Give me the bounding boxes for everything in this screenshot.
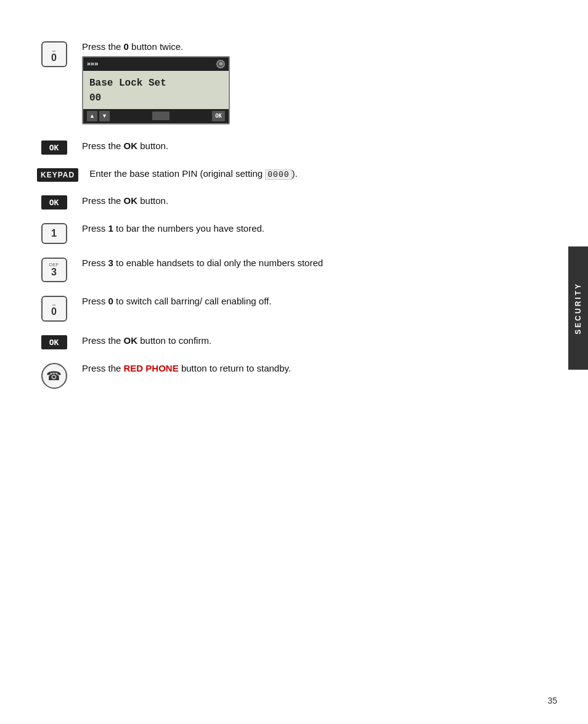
lcd-screen: »»» Base Lock Set 00 ▲ ▼ (82, 56, 230, 124)
instruction-row-step4: OK Press the OK button. (37, 188, 557, 216)
pin-display: 0000 (265, 169, 292, 180)
instruction-row-step3: KEYPAD Enter the base station PIN (origi… (37, 161, 557, 188)
text-bold-ok-2: OK (124, 195, 138, 206)
text-bold-3: 3 (108, 258, 113, 268)
icon-cell-step1: ⎯ 0 (37, 40, 71, 67)
text-bold-ok-3: OK (124, 335, 138, 346)
text-suffix-step2: button. (137, 140, 168, 151)
lcd-ok-label: OK (212, 111, 225, 121)
ok-button-icon-2: OK (41, 195, 67, 209)
one-button-icon: 1 (41, 223, 67, 244)
icon-cell-step6: DEF 3 (37, 256, 71, 282)
three-digit: 3 (51, 267, 57, 277)
lcd-up-arrow: ▲ (87, 111, 97, 121)
text-step1: Press the 0 button twice. »»» Base Lock … (82, 40, 557, 124)
side-tab: SECURITY (568, 246, 588, 370)
text-suffix-step1: button twice. (129, 41, 183, 52)
lcd-top-bar: »»» (83, 57, 229, 71)
text-suffix-step9: button to return to standby. (179, 363, 291, 373)
lcd-nav-arrows: ▲ ▼ (87, 111, 110, 121)
icon-cell-step9: ☎ (37, 362, 71, 389)
main-content: ⎯ 0 Press the 0 button twice. »»» (37, 37, 557, 395)
instruction-row-step6: DEF 3 Press 3 to enable handsets to dial… (37, 250, 557, 288)
instruction-row-step7: ⎯ 0 Press 0 to switch call barring/ call… (37, 288, 557, 328)
lcd-down-arrow: ▼ (99, 111, 110, 121)
phone-icon: ☎ (46, 368, 62, 383)
text-prefix-step8: Press the (82, 335, 124, 346)
text-step4: Press the OK button. (82, 194, 557, 208)
lcd-top-arrows: »»» (87, 59, 98, 69)
lcd-content: Base Lock Set 00 (83, 71, 229, 108)
side-tab-label: SECURITY (574, 282, 582, 335)
lcd-line1: Base Lock Set (89, 76, 223, 91)
lcd-bottom-bar: ▲ ▼ OK (83, 109, 229, 123)
instruction-row-step8: OK Press the OK button to confirm. (37, 328, 557, 356)
icon-cell-step5: 1 (37, 222, 71, 244)
text-prefix-step2: Press the (82, 140, 124, 151)
text-step6: Press 3 to enable handsets to dial only … (82, 256, 557, 270)
text-prefix-step9: Press the (82, 363, 124, 373)
zero-button-icon-2: ⎯ 0 (41, 296, 67, 322)
text-suffix-step8: button to confirm. (137, 335, 211, 346)
phone-button-icon: ☎ (41, 363, 67, 389)
instruction-row-step1: ⎯ 0 Press the 0 button twice. »»» (37, 37, 557, 133)
lcd-arrow-right: »»» (87, 59, 98, 69)
page-container: SECURITY 35 ⎯ 0 Press the 0 button twice… (0, 0, 588, 724)
icon-cell-step2: OK (37, 139, 71, 155)
text-bold-step1: 0 (124, 41, 129, 52)
text-step8: Press the OK button to confirm. (82, 334, 557, 348)
text-step9: Press the RED PHONE button to return to … (82, 362, 557, 375)
lcd-dash (152, 112, 169, 120)
text-prefix-step6: Press (82, 258, 108, 268)
text-step2: Press the OK button. (82, 139, 557, 153)
ok-button-icon-3: OK (41, 335, 67, 349)
text-suffix-step3: ). (292, 168, 298, 179)
instruction-row-step2: OK Press the OK button. (37, 133, 557, 161)
text-suffix-step7: to switch call barring/ call enabling of… (113, 296, 272, 306)
text-bold-0: 0 (108, 296, 113, 306)
page-number: 35 (547, 696, 557, 706)
instruction-row-step5: 1 Press 1 to bar the numbers you have st… (37, 216, 557, 250)
icon-cell-step3: KEYPAD (37, 167, 78, 182)
icon-cell-step8: OK (37, 334, 71, 349)
text-bold-1: 1 (108, 223, 113, 234)
text-red-phone: RED PHONE (124, 363, 179, 373)
lcd-circle-indicator (216, 60, 225, 68)
text-suffix-step6: to enable handsets to dial only the numb… (113, 258, 323, 268)
text-prefix-step3: Enter the base station PIN (original set… (89, 168, 265, 179)
text-prefix-step5: Press (82, 223, 108, 234)
three-button-icon: DEF 3 (41, 258, 67, 282)
ok-button-icon-1: OK (41, 140, 67, 155)
zero-button-icon: ⎯ 0 (41, 41, 67, 67)
text-step3: Enter the base station PIN (original set… (89, 167, 557, 181)
lcd-line2: 00 (89, 91, 223, 105)
instruction-row-step9: ☎ Press the RED PHONE button to return t… (37, 356, 557, 395)
icon-cell-step4: OK (37, 194, 71, 209)
icon-cell-step7: ⎯ 0 (37, 295, 71, 322)
keypad-icon: KEYPAD (37, 168, 78, 182)
text-step7: Press 0 to switch call barring/ call ena… (82, 295, 557, 308)
text-prefix-step7: Press (82, 296, 108, 306)
text-prefix-step1: Press the (82, 41, 124, 52)
text-suffix-step4: button. (137, 195, 168, 206)
text-suffix-step5: to bar the numbers you have stored. (113, 223, 264, 234)
text-prefix-step4: Press the (82, 195, 124, 206)
text-bold-ok-1: OK (124, 140, 138, 151)
text-step5: Press 1 to bar the numbers you have stor… (82, 222, 557, 235)
lcd-circle-inner (219, 62, 223, 65)
